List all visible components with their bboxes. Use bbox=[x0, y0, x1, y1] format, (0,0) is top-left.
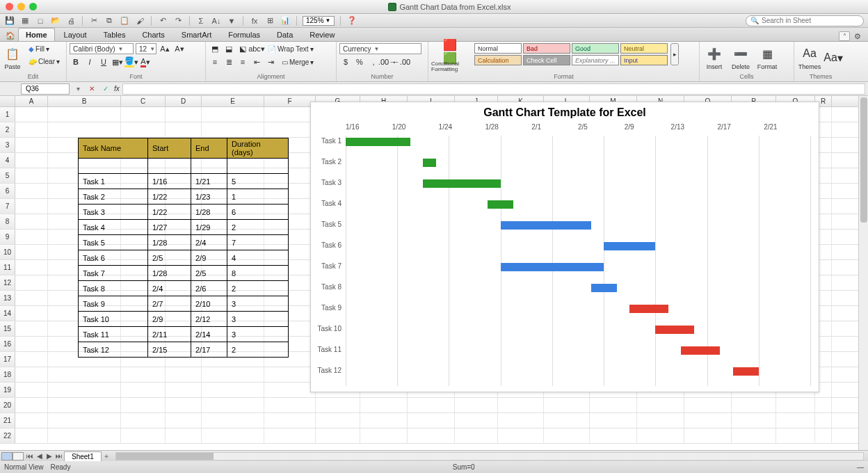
gantt-bar[interactable] bbox=[423, 179, 500, 188]
font-name-select[interactable]: Calibri (Body)▼ bbox=[70, 43, 134, 54]
cell[interactable] bbox=[48, 428, 121, 443]
prev-sheet-button[interactable]: ◀ bbox=[35, 451, 45, 461]
tab-data[interactable]: Data bbox=[269, 28, 300, 41]
cut-icon[interactable]: ✂ bbox=[88, 15, 99, 26]
row-header-2[interactable]: 2 bbox=[0, 122, 15, 137]
app-menu-icon[interactable]: ▦ bbox=[19, 15, 31, 26]
cell[interactable] bbox=[48, 122, 121, 137]
col-header-F[interactable]: F bbox=[264, 96, 316, 106]
cell[interactable] bbox=[455, 398, 498, 412]
fx-label[interactable]: fx bbox=[114, 85, 120, 93]
gantt-bar[interactable] bbox=[423, 159, 436, 167]
cell[interactable] bbox=[202, 428, 264, 443]
help-icon[interactable]: ❓ bbox=[346, 15, 357, 26]
number-format-select[interactable]: Currency▼ bbox=[339, 43, 421, 54]
tab-review[interactable]: Review bbox=[302, 28, 342, 41]
cell[interactable] bbox=[637, 413, 684, 428]
insert-cells-button[interactable]: ➕Insert bbox=[702, 43, 726, 72]
select-all-corner[interactable] bbox=[0, 96, 15, 106]
fill-button[interactable]: ◆Fill▾ bbox=[25, 43, 63, 54]
open-icon[interactable]: 📂 bbox=[50, 15, 61, 26]
row-header-18[interactable]: 18 bbox=[0, 367, 15, 382]
cell[interactable] bbox=[776, 428, 815, 443]
cell[interactable] bbox=[15, 321, 48, 336]
cell[interactable] bbox=[166, 383, 202, 397]
style-explanatory[interactable]: Explanatory ... bbox=[572, 55, 619, 65]
cell[interactable] bbox=[121, 428, 166, 443]
zoom-slider-icon[interactable]: — bbox=[857, 463, 864, 471]
cell[interactable] bbox=[15, 138, 48, 152]
row-header-21[interactable]: 21 bbox=[0, 413, 15, 428]
col-header-C[interactable]: C bbox=[121, 96, 166, 106]
percent-button[interactable]: % bbox=[353, 56, 366, 67]
font-size-select[interactable]: 12▼ bbox=[136, 43, 156, 54]
cell[interactable] bbox=[48, 367, 121, 382]
decrease-indent-icon[interactable]: ⇤ bbox=[250, 56, 263, 67]
cell[interactable] bbox=[166, 122, 202, 137]
gantt-bar[interactable] bbox=[655, 326, 694, 334]
col-header-D[interactable]: D bbox=[166, 96, 202, 106]
row-header-12[interactable]: 12 bbox=[0, 275, 15, 290]
cell[interactable] bbox=[544, 413, 590, 428]
tab-home[interactable]: Home bbox=[18, 28, 55, 41]
copy-icon[interactable]: ⧉ bbox=[104, 15, 115, 26]
vertical-scrollbar[interactable] bbox=[858, 96, 868, 450]
settings-gear-icon[interactable]: ⚙ bbox=[851, 32, 864, 41]
cell[interactable] bbox=[498, 413, 544, 428]
cell[interactable] bbox=[48, 413, 121, 428]
first-sheet-button[interactable]: ⏮ bbox=[25, 451, 35, 461]
cell[interactable] bbox=[408, 428, 455, 443]
cell[interactable] bbox=[121, 398, 166, 412]
tab-smartart[interactable]: SmartArt bbox=[174, 28, 219, 41]
cell[interactable] bbox=[776, 413, 815, 428]
style-check-cell[interactable]: Check Cell bbox=[523, 55, 570, 65]
cell[interactable] bbox=[166, 367, 202, 382]
cell[interactable] bbox=[15, 260, 48, 275]
name-box-dropdown[interactable]: ▾ bbox=[72, 83, 83, 95]
cell[interactable] bbox=[590, 413, 637, 428]
increase-indent-icon[interactable]: ⇥ bbox=[264, 56, 277, 67]
row-header-19[interactable]: 19 bbox=[0, 383, 15, 397]
cell[interactable] bbox=[15, 168, 48, 183]
format-painter-icon[interactable]: 🖌 bbox=[134, 15, 145, 26]
last-sheet-button[interactable]: ⏭ bbox=[54, 451, 64, 461]
cell[interactable] bbox=[15, 413, 48, 428]
row-header-10[interactable]: 10 bbox=[0, 245, 15, 259]
cell[interactable] bbox=[498, 398, 544, 412]
cell[interactable] bbox=[121, 107, 166, 122]
conditional-formatting-button[interactable]: 🟥🟩 Conditional Formatting bbox=[431, 43, 472, 72]
cell[interactable] bbox=[48, 398, 121, 412]
cell[interactable] bbox=[544, 398, 590, 412]
increase-font-icon[interactable]: A▴ bbox=[159, 43, 171, 54]
row-header-1[interactable]: 1 bbox=[0, 107, 15, 122]
cell[interactable] bbox=[121, 122, 166, 137]
cell[interactable] bbox=[15, 214, 48, 229]
cell[interactable] bbox=[15, 352, 48, 367]
style-neutral[interactable]: Neutral bbox=[620, 43, 668, 54]
cell[interactable] bbox=[544, 428, 590, 443]
gantt-bar[interactable] bbox=[591, 284, 617, 292]
style-input[interactable]: Input bbox=[620, 55, 668, 65]
cell[interactable] bbox=[15, 199, 48, 214]
cell[interactable] bbox=[732, 428, 776, 443]
cell[interactable] bbox=[264, 428, 316, 443]
cell[interactable] bbox=[360, 398, 408, 412]
page-layout-view-icon[interactable] bbox=[13, 452, 24, 460]
cell[interactable] bbox=[202, 367, 264, 382]
row-header-17[interactable]: 17 bbox=[0, 352, 15, 367]
cell[interactable] bbox=[264, 413, 316, 428]
cell[interactable] bbox=[815, 413, 832, 428]
orientation-button[interactable]: abc▾ bbox=[250, 43, 263, 54]
cell[interactable] bbox=[637, 428, 684, 443]
gantt-bar[interactable] bbox=[501, 221, 591, 230]
cell[interactable] bbox=[815, 428, 832, 443]
border-button[interactable]: ▦▾ bbox=[111, 56, 124, 67]
style-bad[interactable]: Bad bbox=[523, 43, 570, 54]
print-icon[interactable]: 🖨 bbox=[65, 15, 77, 26]
name-box[interactable]: Q36 bbox=[21, 83, 70, 95]
cell[interactable] bbox=[15, 184, 48, 198]
cell[interactable] bbox=[121, 367, 166, 382]
search-in-sheet[interactable]: 🔍 bbox=[746, 15, 864, 26]
add-sheet-button[interactable]: ＋ bbox=[102, 451, 111, 461]
zoom-control[interactable]: 125%▼ bbox=[303, 16, 335, 26]
